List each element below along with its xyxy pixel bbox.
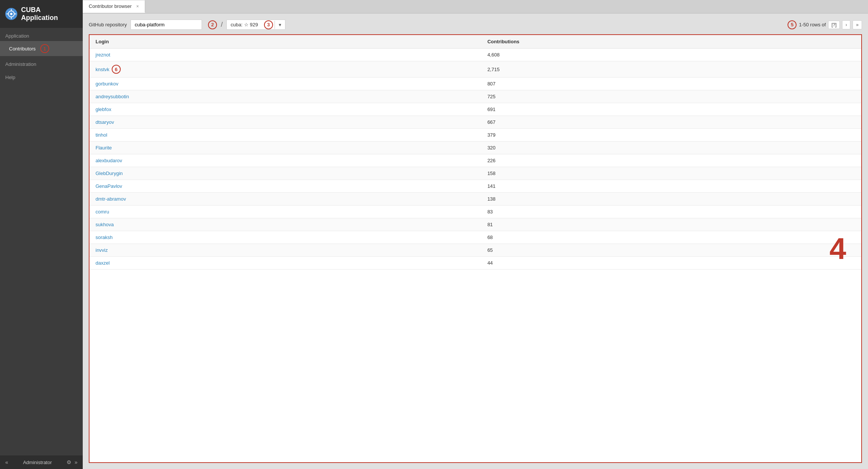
annotation-2: 2 (208, 20, 217, 29)
admin-label: Administrator (11, 460, 64, 465)
login-link[interactable]: sukhova (96, 222, 114, 227)
annotation-1: 1 (40, 44, 49, 53)
contributions-cell: 81 (481, 218, 861, 231)
contributions-cell: 4,608 (481, 49, 861, 61)
login-link[interactable]: GenaPavlov (96, 183, 122, 189)
separator: / (221, 21, 223, 29)
contributions-cell: 691 (481, 103, 861, 116)
login-cell: soraksh (90, 231, 481, 244)
login-link[interactable]: soraksh (96, 234, 113, 240)
repo-select[interactable]: cuba: ☆ 929 3 ▼ (226, 20, 285, 30)
dropdown-arrow-icon[interactable]: ▼ (275, 21, 285, 29)
login-cell: dmtr-abramov (90, 193, 481, 206)
contributors-table-container: Login Contributions jreznot4,608knstvk62… (89, 34, 862, 463)
svg-point-2 (10, 13, 12, 15)
contributions-cell: 141 (481, 180, 861, 193)
login-link[interactable]: andreysubbotin (96, 94, 129, 99)
contributions-cell: 158 (481, 167, 861, 180)
table-row: glebfox691 (90, 103, 861, 116)
login-cell: sukhova (90, 218, 481, 231)
login-link[interactable]: gorbunkov (96, 81, 118, 87)
table-row: tinhol379 (90, 129, 861, 142)
annotation-3: 3 (264, 20, 273, 29)
login-link[interactable]: daxzel (96, 260, 110, 266)
login-cell: glebfox (90, 103, 481, 116)
repo-input[interactable] (131, 20, 202, 30)
contributors-table: Login Contributions jreznot4,608knstvk62… (90, 35, 861, 270)
table-row: alexbudarov226 (90, 154, 861, 167)
sidebar-header: CUBA Application (0, 0, 83, 28)
sidebar-item-contributors[interactable]: Contributors 1 (0, 41, 83, 56)
pagination-last-button[interactable]: » (853, 20, 862, 29)
table-row: sukhova81 (90, 218, 861, 231)
contributions-cell: 379 (481, 129, 861, 142)
contributions-cell: 65 (481, 244, 861, 257)
app-logo (5, 8, 17, 20)
table-header-row: Login Contributions (90, 35, 861, 49)
github-repo-label: GitHub repository (89, 22, 127, 27)
table-row: GenaPavlov141 (90, 180, 861, 193)
contributions-cell: 44 (481, 257, 861, 270)
contributions-cell: 667 (481, 116, 861, 129)
sidebar-section-administration: Administration (0, 56, 83, 69)
table-row: daxzel44 (90, 257, 861, 270)
pagination-help-button[interactable]: [?] (828, 21, 840, 29)
table-row: GlebDurygin158 (90, 167, 861, 180)
settings-icon[interactable]: ⚙ (67, 459, 71, 465)
pagination-next-button[interactable]: › (842, 20, 850, 29)
table-row: Flaurite320 (90, 142, 861, 154)
login-cell: invviz (90, 244, 481, 257)
login-link[interactable]: alexbudarov (96, 158, 122, 163)
login-cell: gorbunkov (90, 78, 481, 90)
table-row: soraksh68 (90, 231, 861, 244)
login-link[interactable]: tinhol (96, 132, 107, 138)
pagination-text: 1-50 rows of (799, 22, 826, 27)
main-content: Contributor browser × GitHub repository … (83, 0, 868, 469)
column-login: Login (90, 35, 481, 49)
table-row: dmtr-abramov138 (90, 193, 861, 206)
login-cell: jreznot (90, 49, 481, 61)
pagination-area: 5 1-50 rows of [?] › » (785, 20, 862, 29)
login-link[interactable]: comru (96, 209, 109, 215)
login-link[interactable]: dmtr-abramov (96, 196, 126, 202)
tab-close-button[interactable]: × (136, 4, 139, 9)
login-link[interactable]: invviz (96, 247, 108, 253)
table-row: andreysubbotin725 (90, 90, 861, 103)
contributions-cell: 725 (481, 90, 861, 103)
contributions-cell: 68 (481, 231, 861, 244)
sidebar-item-contributors-label: Contributors (9, 46, 36, 52)
login-cell: daxzel (90, 257, 481, 270)
contributions-cell: 226 (481, 154, 861, 167)
app-title: CUBA Application (21, 6, 77, 22)
sidebar-footer: « Administrator ⚙ » (0, 455, 83, 469)
contributions-cell: 2,715 (481, 61, 861, 78)
column-contributions: Contributions (481, 35, 861, 49)
sidebar-section-help: Help (0, 69, 83, 82)
login-cell: comru (90, 206, 481, 218)
annotation-6: 6 (112, 65, 121, 74)
login-cell: tinhol (90, 129, 481, 142)
contributions-cell: 320 (481, 142, 861, 154)
table-row: jreznot4,608 (90, 49, 861, 61)
login-cell: Flaurite (90, 142, 481, 154)
login-cell: knstvk6 (90, 61, 481, 78)
collapse-icon[interactable]: « (5, 459, 8, 465)
contributions-cell: 138 (481, 193, 861, 206)
login-link[interactable]: glebfox (96, 107, 111, 112)
table-row: dtsaryov667 (90, 116, 861, 129)
logout-icon[interactable]: » (74, 459, 77, 465)
content-area: GitHub repository 2 / cuba: ☆ 929 3 ▼ 5 … (83, 14, 868, 469)
tab-contributor-browser[interactable]: Contributor browser × (83, 0, 145, 13)
login-cell: GlebDurygin (90, 167, 481, 180)
login-link[interactable]: jreznot (96, 52, 110, 58)
login-link[interactable]: GlebDurygin (96, 171, 123, 176)
login-link[interactable]: dtsaryov (96, 119, 114, 125)
sidebar: CUBA Application Application Contributor… (0, 0, 83, 469)
contributions-cell: 807 (481, 78, 861, 90)
sidebar-section-application: Application (0, 28, 83, 41)
login-link[interactable]: knstvk (96, 67, 109, 72)
table-row: comru83 (90, 206, 861, 218)
login-cell: dtsaryov (90, 116, 481, 129)
login-cell: andreysubbotin (90, 90, 481, 103)
login-link[interactable]: Flaurite (96, 145, 112, 151)
